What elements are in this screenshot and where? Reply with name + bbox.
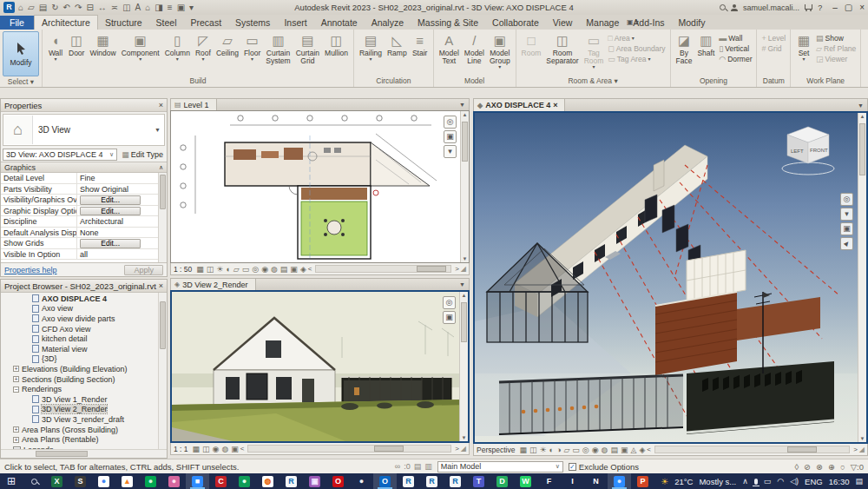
edit-button[interactable]: Edit...: [80, 207, 141, 216]
resize-grip[interactable]: ◢: [461, 445, 466, 453]
sun-path-icon[interactable]: ☀: [216, 264, 223, 274]
render-hscrollbar[interactable]: [247, 445, 451, 453]
scroll-left-icon[interactable]: <: [647, 446, 651, 453]
app-i-icon[interactable]: I: [561, 473, 584, 489]
tag-room-button[interactable]: ▭ Tag Room ▾: [582, 31, 607, 70]
chrome-icon[interactable]: ●: [92, 473, 115, 489]
wall-opening-button[interactable]: ▬ Wall: [717, 33, 753, 43]
customize-qat-icon[interactable]: ▾: [189, 3, 194, 12]
save-icon[interactable]: ▤: [39, 3, 47, 12]
unlocked-view-icon[interactable]: ◎: [252, 264, 259, 274]
notion-icon[interactable]: N: [584, 473, 608, 489]
axo-canvas[interactable]: LEFT FRONT ◎ ▾ ▣ ▲ ▲▼: [473, 111, 868, 444]
photos-icon[interactable]: ▣: [303, 473, 326, 489]
property-row[interactable]: Discipline Architectural: [1, 216, 167, 228]
browser-item[interactable]: Axo view divide parts: [1, 314, 167, 324]
outlook-icon[interactable]: O: [373, 473, 397, 489]
ribbon-tab[interactable]: Modify: [672, 16, 713, 30]
reveal-hidden-elements-icon[interactable]: ◍: [602, 445, 608, 455]
browser-item[interactable]: Axo view: [1, 304, 167, 314]
clock[interactable]: 16:30: [829, 477, 850, 486]
close-icon[interactable]: ×: [159, 281, 163, 290]
tray-expand-icon[interactable]: ∧: [742, 477, 748, 486]
axo-vscrollbar[interactable]: ▲▼: [858, 113, 866, 442]
opening-by-face-button[interactable]: ◪ By Face: [674, 31, 695, 66]
tab-level-1[interactable]: ▤ Level 1: [171, 99, 217, 110]
aligned-dimension-icon[interactable]: ≍: [111, 3, 118, 12]
grid-button[interactable]: # Grid: [760, 43, 787, 54]
model-group-button[interactable]: ▣ Model Group ▾: [487, 31, 513, 70]
expander-icon[interactable]: +: [13, 376, 19, 382]
tab-list-icon[interactable]: ▼: [858, 102, 867, 109]
property-row[interactable]: Detail Level Fine: [1, 173, 167, 184]
area-button[interactable]: □ Area ▾: [606, 33, 667, 43]
editing-requests-icon[interactable]: ∞: [395, 462, 400, 471]
column-button[interactable]: ▯ Column ▾: [162, 31, 193, 63]
area-boundary-button[interactable]: ◻ Area Boundary: [606, 43, 667, 54]
browser-item[interactable]: CFD Axo view: [1, 324, 167, 334]
floor-button[interactable]: ▭ Floor ▾: [241, 31, 263, 63]
white-circle-app-icon[interactable]: ●: [350, 473, 373, 489]
window-button[interactable]: ▦ Window: [87, 31, 118, 58]
expander-icon[interactable]: +: [13, 437, 19, 443]
resize-grip[interactable]: ◢: [859, 446, 865, 453]
properties-help-link[interactable]: Properties help: [4, 266, 57, 274]
edit-button[interactable]: Edit...: [80, 239, 141, 248]
scroll-left-icon[interactable]: <: [240, 445, 245, 453]
teams-icon[interactable]: T: [467, 473, 490, 489]
ribbon-tab[interactable]: Analyze: [365, 16, 411, 30]
navbar-expand-icon[interactable]: ▾: [840, 208, 853, 221]
print-icon[interactable]: ⊟: [86, 3, 93, 12]
excel-icon[interactable]: X: [45, 473, 69, 489]
zoom-icon[interactable]: ▣: [444, 130, 457, 143]
property-row[interactable]: Graphic Display Optio... Edit...: [1, 206, 167, 217]
perspective-button[interactable]: Perspective: [477, 446, 515, 454]
ramp-button[interactable]: ◺ Ramp: [385, 31, 410, 58]
expander-icon[interactable]: +: [13, 366, 19, 372]
browser-sphere-icon[interactable]: ◍: [256, 473, 279, 489]
show-crop-region-icon[interactable]: ▭: [242, 264, 250, 274]
thin-lines-icon[interactable]: ≡: [168, 3, 173, 12]
steering-wheel-icon[interactable]: ◎: [840, 193, 853, 206]
browser-item[interactable]: + Area Plans (Rentable): [1, 434, 167, 445]
visual-style-icon[interactable]: ◫: [202, 444, 210, 454]
close-icon[interactable]: ×: [159, 101, 163, 109]
reveal-constraints-icon[interactable]: ◈: [639, 445, 645, 455]
dormer-button[interactable]: ◠ Dormer: [717, 54, 753, 64]
model-text-button[interactable]: A Model Text: [437, 31, 462, 66]
browser-item[interactable]: 3D View 3_render_draft: [1, 414, 167, 425]
redo-icon[interactable]: ↷: [75, 3, 82, 12]
snip-sketch-icon[interactable]: S: [69, 473, 92, 489]
property-row[interactable]: Default Analysis Displ... None: [1, 228, 167, 239]
modify-button[interactable]: Modify: [3, 31, 39, 76]
door-button[interactable]: ◫ Door: [66, 31, 87, 58]
pan-icon[interactable]: ▲: [840, 237, 853, 250]
show-crop-region-icon[interactable]: ▭: [572, 445, 580, 455]
switch-windows-icon[interactable]: ▣: [177, 3, 185, 12]
browser-item[interactable]: 3D View 1_Render: [1, 394, 167, 405]
browser-item[interactable]: {3D}: [1, 354, 167, 365]
detail-level-icon[interactable]: ▦: [519, 445, 527, 455]
weather-icon[interactable]: ☀: [661, 477, 668, 486]
sketchy-lines-icon[interactable]: ◑: [556, 445, 561, 455]
close-button[interactable]: ×: [859, 3, 865, 12]
view-cube[interactable]: LEFT FRONT: [782, 127, 834, 175]
tag-icon[interactable]: ◫: [122, 3, 130, 12]
plan-hscrollbar[interactable]: [315, 265, 451, 273]
room-separator-button[interactable]: ◫ Room Separator: [543, 31, 581, 70]
scroll-right-icon[interactable]: >: [853, 446, 858, 453]
edit-button[interactable]: Edit...: [80, 195, 141, 205]
axo-hscrollbar[interactable]: [654, 446, 850, 453]
select-underlay-elements-icon[interactable]: ⊘: [804, 462, 811, 472]
type-selector[interactable]: ⌂ 3D View ▼: [3, 114, 165, 146]
detail-level-icon[interactable]: ▦: [193, 444, 201, 454]
ceiling-button[interactable]: ▱ Ceiling: [214, 31, 241, 58]
ribbon-display-toggle[interactable]: ▣ ▾: [621, 17, 644, 28]
browser-item[interactable]: + Sections (Building Section): [1, 374, 167, 385]
browser-item[interactable]: − Renderings: [1, 384, 167, 394]
curtain-grid-button[interactable]: ▤ Curtain Grid: [293, 31, 322, 66]
shaft-button[interactable]: ▥ Shaft: [694, 31, 717, 66]
browser-scrollbar[interactable]: [158, 293, 167, 449]
phone-app-icon[interactable]: ●: [233, 473, 256, 489]
ribbon-tab[interactable]: Systems: [228, 16, 277, 30]
